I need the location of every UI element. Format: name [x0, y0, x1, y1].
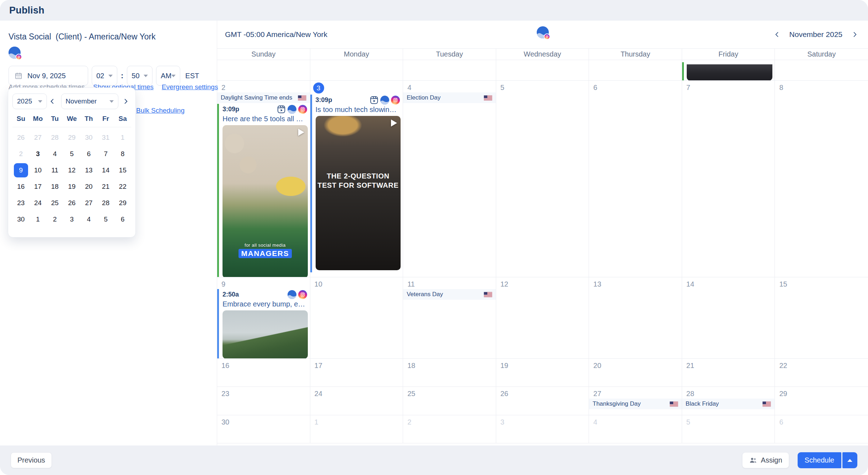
day-number: 9 — [221, 280, 310, 288]
post-card[interactable]: 3:09pIs too much tech slowing you …THE 2… — [310, 95, 403, 272]
calendar-day-cell[interactable]: 28Black Friday — [682, 387, 775, 415]
datepicker-day[interactable]: 24 — [30, 195, 47, 211]
calendar-day-cell[interactable]: 6 — [589, 81, 682, 277]
datepicker-day[interactable]: 9 — [12, 162, 30, 178]
schedule-options-button[interactable] — [842, 452, 857, 468]
calendar-day-cell[interactable] — [775, 60, 868, 80]
minute-select[interactable]: 50 — [127, 66, 152, 86]
datepicker-day[interactable]: 17 — [30, 178, 47, 195]
calendar-day-cell[interactable]: 17 — [310, 359, 403, 386]
prev-month-button[interactable] — [47, 96, 58, 107]
year-select[interactable]: 2025 — [12, 94, 47, 109]
datepicker-day[interactable]: 16 — [12, 178, 30, 195]
datepicker-day[interactable]: 13 — [80, 162, 97, 178]
calendar-day-cell[interactable]: 7 — [682, 81, 775, 277]
calendar-day-cell[interactable]: 12 — [496, 277, 589, 358]
calendar-day-cell[interactable]: 10 — [310, 277, 403, 358]
calendar-day-cell[interactable]: 4Election Day — [403, 81, 496, 277]
next-month-button[interactable] — [120, 96, 131, 107]
calendar-day-cell[interactable]: 2Daylight Saving Time ends3:09pHere are … — [217, 81, 310, 277]
calendar-day-cell[interactable]: 2 — [403, 415, 496, 443]
datepicker-day[interactable]: 7 — [97, 146, 114, 162]
calendar-day-cell[interactable] — [589, 60, 682, 80]
datepicker-day[interactable]: 19 — [63, 178, 80, 195]
calendar-day-cell[interactable]: 19 — [496, 359, 589, 386]
evergreen-settings-link[interactable]: Evergreen settings — [162, 83, 218, 91]
datepicker-day[interactable]: 11 — [46, 162, 63, 178]
bulk-scheduling-link[interactable]: Bulk Scheduling — [136, 107, 184, 114]
month-select[interactable]: November — [61, 94, 119, 109]
calendar-day-cell[interactable]: 15 — [775, 277, 868, 358]
calendar-day-cell[interactable]: 27Thanksgiving Day — [589, 387, 682, 415]
calendar-day-cell[interactable]: 14 — [682, 277, 775, 358]
datepicker-day[interactable]: 4 — [80, 211, 97, 228]
calendar-day-cell[interactable]: 18 — [403, 359, 496, 386]
post-card[interactable]: 2:50aEmbrace every bump, every t… — [217, 289, 310, 358]
calendar-day-cell[interactable]: 29 — [775, 387, 868, 415]
calendar-day-cell[interactable] — [403, 60, 496, 80]
datepicker-day[interactable]: 14 — [97, 162, 114, 178]
calendar-day-cell[interactable]: 23 — [217, 387, 310, 415]
datepicker-weekday: Th — [80, 115, 97, 123]
calendar-day-cell[interactable]: 3 — [496, 415, 589, 443]
post-card[interactable]: 3:09pHere are the 5 tools all SMM's …for… — [217, 104, 310, 277]
calendar-day-cell[interactable]: 5 — [496, 81, 589, 277]
datepicker-day[interactable]: 30 — [12, 211, 30, 228]
datepicker-day[interactable]: 22 — [114, 178, 131, 195]
previous-button[interactable]: Previous — [11, 452, 52, 468]
datepicker-day[interactable]: 10 — [30, 162, 47, 178]
datepicker-day[interactable]: 5 — [97, 211, 114, 228]
calendar-day-cell[interactable]: 16 — [217, 359, 310, 386]
datepicker-day[interactable]: 18 — [46, 178, 63, 195]
datepicker-day[interactable]: 2 — [46, 211, 63, 228]
datepicker-day[interactable]: 8 — [114, 146, 131, 162]
calendar-day-cell[interactable]: 92:50aEmbrace every bump, every t… — [217, 277, 310, 358]
datepicker-day[interactable]: 12 — [63, 162, 80, 178]
calendar-day-cell[interactable]: 25 — [403, 387, 496, 415]
calendar-day-cell[interactable]: 22 — [775, 359, 868, 386]
datepicker-day[interactable]: 20 — [80, 178, 97, 195]
datepicker-day[interactable]: 3 — [63, 211, 80, 228]
calendar-day-cell[interactable] — [217, 60, 310, 80]
calendar-day-cell[interactable]: 11Veterans Day — [403, 277, 496, 358]
datepicker-day[interactable]: 27 — [80, 195, 97, 211]
datepicker-day[interactable]: 25 — [46, 195, 63, 211]
calendar-day-cell[interactable] — [682, 60, 775, 80]
datepicker-day[interactable]: 6 — [80, 146, 97, 162]
schedule-button[interactable]: Schedule — [798, 452, 841, 468]
assign-button[interactable]: Assign — [742, 452, 789, 468]
calendar-week-row: 92:50aEmbrace every bump, every t…1011Ve… — [217, 277, 868, 359]
calendar-day-cell[interactable]: 26 — [496, 387, 589, 415]
datepicker-day[interactable]: 4 — [46, 146, 63, 162]
calendar-day-cell[interactable]: 24 — [310, 387, 403, 415]
calendar-day-cell[interactable]: 21 — [682, 359, 775, 386]
date-input[interactable]: Nov 9, 2025 — [9, 66, 88, 86]
datepicker-day[interactable]: 6 — [114, 211, 131, 228]
calendar-day-cell[interactable]: 13 — [589, 277, 682, 358]
calendar-day-cell[interactable]: 8 — [775, 81, 868, 277]
post-card[interactable] — [682, 62, 775, 80]
datepicker-day[interactable]: 23 — [12, 195, 30, 211]
calendar-day-cell[interactable]: 30 — [217, 415, 310, 443]
meridiem-select[interactable]: AM — [156, 66, 180, 86]
datepicker-day[interactable]: 15 — [114, 162, 131, 178]
datepicker-day[interactable]: 1 — [30, 211, 47, 228]
datepicker-day[interactable]: 5 — [63, 146, 80, 162]
calendar-day-cell[interactable] — [496, 60, 589, 80]
calendar-day-cell[interactable]: 6 — [775, 415, 868, 443]
calendar-day-cell[interactable]: 33:09pIs too much tech slowing you …THE … — [310, 81, 403, 277]
datepicker-day[interactable]: 21 — [97, 178, 114, 195]
chevron-down-icon — [38, 100, 42, 103]
calendar-day-cell[interactable]: 20 — [589, 359, 682, 386]
calendar-next-button[interactable] — [850, 29, 860, 40]
calendar-day-cell[interactable]: 5 — [682, 415, 775, 443]
hour-select[interactable]: 02 — [92, 66, 117, 86]
datepicker-day[interactable]: 26 — [63, 195, 80, 211]
calendar-prev-button[interactable] — [772, 29, 782, 40]
datepicker-day[interactable]: 29 — [114, 195, 131, 211]
calendar-day-cell[interactable]: 1 — [310, 415, 403, 443]
calendar-day-cell[interactable]: 4 — [589, 415, 682, 443]
calendar-day-cell[interactable] — [310, 60, 403, 80]
datepicker-day[interactable]: 28 — [97, 195, 114, 211]
datepicker-day[interactable]: 3 — [30, 146, 47, 162]
